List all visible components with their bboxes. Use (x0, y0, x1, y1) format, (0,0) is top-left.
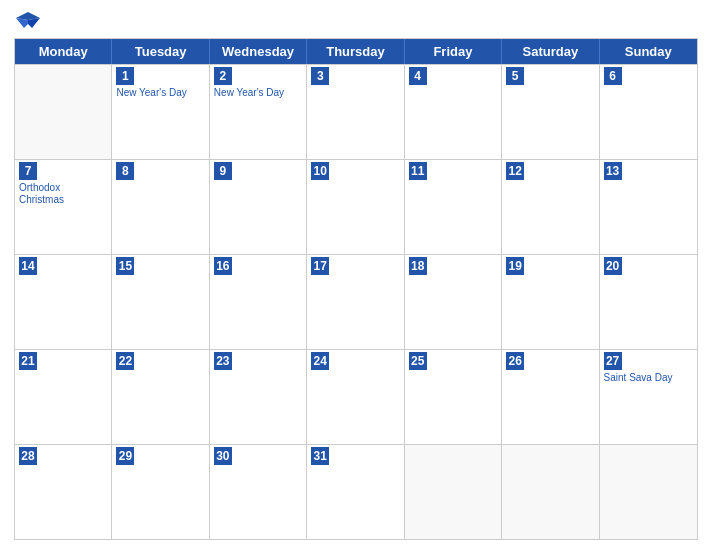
cell-holiday-label: New Year's Day (116, 87, 204, 99)
cell-date-number: 8 (116, 162, 134, 180)
calendar-cell: 10 (307, 160, 404, 254)
cell-holiday-label: Orthodox Christmas (19, 182, 107, 206)
cell-date-number: 20 (604, 257, 622, 275)
calendar-cell: 19 (502, 255, 599, 349)
day-header-sunday: Sunday (600, 39, 697, 64)
day-header-friday: Friday (405, 39, 502, 64)
week-row-3: 14151617181920 (15, 254, 697, 349)
calendar-cell: 7Orthodox Christmas (15, 160, 112, 254)
cell-date-number: 12 (506, 162, 524, 180)
cell-date-number: 15 (116, 257, 134, 275)
calendar-cell: 26 (502, 350, 599, 444)
calendar-cell (405, 445, 502, 539)
calendar-cell: 30 (210, 445, 307, 539)
calendar-cell: 27Saint Sava Day (600, 350, 697, 444)
calendar-cell (502, 445, 599, 539)
weeks-container: 1New Year's Day2New Year's Day34567Ortho… (15, 64, 697, 539)
week-row-4: 21222324252627Saint Sava Day (15, 349, 697, 444)
calendar-cell: 18 (405, 255, 502, 349)
cell-date-number: 11 (409, 162, 427, 180)
cell-date-number: 3 (311, 67, 329, 85)
cell-date-number: 31 (311, 447, 329, 465)
cell-holiday-label: New Year's Day (214, 87, 302, 99)
cell-date-number: 7 (19, 162, 37, 180)
cell-date-number (506, 447, 524, 465)
cell-date-number: 22 (116, 352, 134, 370)
day-header-saturday: Saturday (502, 39, 599, 64)
logo-bird-icon (14, 10, 42, 32)
cell-date-number: 9 (214, 162, 232, 180)
day-header-wednesday: Wednesday (210, 39, 307, 64)
cell-date-number: 16 (214, 257, 232, 275)
cell-date-number: 17 (311, 257, 329, 275)
calendar-cell: 28 (15, 445, 112, 539)
cell-date-number: 1 (116, 67, 134, 85)
cell-date-number: 18 (409, 257, 427, 275)
week-row-1: 1New Year's Day2New Year's Day3456 (15, 64, 697, 159)
cell-date-number: 21 (19, 352, 37, 370)
calendar-cell (15, 65, 112, 159)
calendar-cell: 31 (307, 445, 404, 539)
day-header-thursday: Thursday (307, 39, 404, 64)
calendar-cell: 25 (405, 350, 502, 444)
cell-date-number: 10 (311, 162, 329, 180)
calendar-cell: 15 (112, 255, 209, 349)
cell-date-number: 26 (506, 352, 524, 370)
calendar-cell: 4 (405, 65, 502, 159)
cell-date-number: 23 (214, 352, 232, 370)
cell-date-number: 13 (604, 162, 622, 180)
calendar-cell: 17 (307, 255, 404, 349)
cell-date-number: 24 (311, 352, 329, 370)
cell-date-number: 19 (506, 257, 524, 275)
cell-date-number: 27 (604, 352, 622, 370)
cell-date-number: 25 (409, 352, 427, 370)
cell-date-number: 14 (19, 257, 37, 275)
cell-date-number: 29 (116, 447, 134, 465)
logo (14, 10, 46, 32)
week-row-5: 28293031 (15, 444, 697, 539)
cell-date-number: 30 (214, 447, 232, 465)
calendar-cell: 29 (112, 445, 209, 539)
calendar-cell: 1New Year's Day (112, 65, 209, 159)
cell-holiday-label: Saint Sava Day (604, 372, 693, 384)
cell-date-number: 6 (604, 67, 622, 85)
day-headers-row: MondayTuesdayWednesdayThursdayFridaySatu… (15, 39, 697, 64)
calendar-cell: 3 (307, 65, 404, 159)
day-header-monday: Monday (15, 39, 112, 64)
calendar-cell: 11 (405, 160, 502, 254)
calendar-cell: 14 (15, 255, 112, 349)
calendar-cell (600, 445, 697, 539)
calendar-page: MondayTuesdayWednesdayThursdayFridaySatu… (0, 0, 712, 550)
calendar-cell: 13 (600, 160, 697, 254)
calendar-cell: 23 (210, 350, 307, 444)
calendar-cell: 6 (600, 65, 697, 159)
calendar-cell: 24 (307, 350, 404, 444)
cell-date-number: 4 (409, 67, 427, 85)
calendar-cell: 20 (600, 255, 697, 349)
calendar-cell: 8 (112, 160, 209, 254)
calendar-cell: 16 (210, 255, 307, 349)
calendar-cell: 2New Year's Day (210, 65, 307, 159)
cell-date-number: 2 (214, 67, 232, 85)
calendar-grid: MondayTuesdayWednesdayThursdayFridaySatu… (14, 38, 698, 540)
calendar-cell: 9 (210, 160, 307, 254)
day-header-tuesday: Tuesday (112, 39, 209, 64)
calendar-cell: 22 (112, 350, 209, 444)
cell-date-number (19, 67, 37, 85)
calendar-cell: 5 (502, 65, 599, 159)
cell-date-number (604, 447, 622, 465)
cell-date-number (409, 447, 427, 465)
calendar-cell: 12 (502, 160, 599, 254)
header (14, 10, 698, 32)
cell-date-number: 28 (19, 447, 37, 465)
cell-date-number: 5 (506, 67, 524, 85)
calendar-cell: 21 (15, 350, 112, 444)
week-row-2: 7Orthodox Christmas8910111213 (15, 159, 697, 254)
